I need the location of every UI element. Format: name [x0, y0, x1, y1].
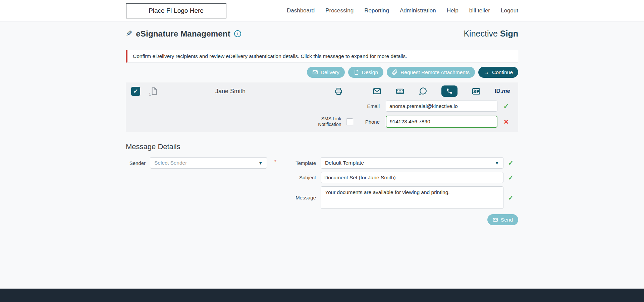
envelope-icon: [312, 69, 318, 75]
sms-label-line1: SMS Link: [321, 116, 341, 121]
page-title: eSignature Management: [136, 29, 230, 39]
page-header: ✎ eSignature Management i Kinective Sign: [126, 21, 518, 39]
kinective-sign-logo: Kinective Sign: [464, 29, 518, 39]
main-nav: Dashboard Processing Reporting Administr…: [287, 7, 518, 14]
design-button-label: Design: [362, 69, 378, 75]
nav-processing[interactable]: Processing: [325, 7, 354, 14]
text-cursor: [431, 119, 431, 125]
contact-card-auth-icon[interactable]: [472, 87, 481, 96]
sms-label-line2: Notification: [318, 122, 341, 127]
template-select-value: Default Template: [325, 160, 364, 166]
delivery-button[interactable]: Delivery: [307, 67, 345, 78]
keyboard-auth-icon[interactable]: [395, 87, 405, 96]
message-details-heading: Message Details: [126, 142, 518, 151]
document-icon: [354, 69, 359, 75]
design-button[interactable]: Design: [348, 67, 383, 78]
recipient-checkbox[interactable]: ✓: [131, 87, 140, 96]
message-valid-check-icon: ✓: [507, 194, 515, 202]
email-auth-icon[interactable]: [373, 87, 381, 96]
paperclip-icon: [392, 69, 398, 75]
document-count-icon: 1: [150, 87, 158, 96]
recipient-name: Jane Smith: [215, 88, 246, 95]
page: Place FI Logo Here Dashboard Processing …: [0, 0, 644, 225]
action-toolbar: Delivery Design Request Remote Attachmen…: [126, 67, 518, 78]
top-bar: Place FI Logo Here Dashboard Processing …: [0, 0, 644, 21]
main-content: ✎ eSignature Management i Kinective Sign…: [0, 21, 644, 225]
idme-auth-icon[interactable]: ID.me: [495, 88, 510, 95]
print-icon[interactable]: [334, 87, 343, 96]
continue-button[interactable]: → Continue: [478, 67, 518, 78]
message-label: Message: [277, 195, 316, 200]
sender-select-value: Select Sender: [154, 160, 187, 166]
nav-help[interactable]: Help: [447, 7, 459, 14]
subject-label: Subject: [277, 175, 316, 180]
phone-invalid-x-icon[interactable]: ✕: [502, 118, 510, 126]
phone-input[interactable]: 914123 456 7890: [386, 116, 497, 128]
sms-link-notification-checkbox[interactable]: [346, 118, 353, 125]
brand-second: Sign: [500, 29, 518, 38]
subject-input[interactable]: [321, 172, 503, 183]
chevron-down-icon: ▼: [258, 161, 263, 165]
subject-valid-check-icon: ✓: [507, 174, 515, 182]
footer-bar: [0, 289, 644, 302]
phone-label: Phone: [365, 119, 380, 125]
send-button[interactable]: Send: [487, 214, 518, 225]
brand-first: Kinective: [464, 29, 497, 38]
fi-logo-placeholder: Place FI Logo Here: [126, 3, 226, 18]
send-row: Send: [126, 214, 518, 225]
checkmark-icon: ✓: [133, 88, 138, 95]
nav-reporting[interactable]: Reporting: [364, 7, 389, 14]
sms-chat-auth-icon[interactable]: [419, 87, 427, 96]
delivery-button-label: Delivery: [321, 69, 339, 75]
send-button-label: Send: [501, 217, 513, 223]
email-valid-check-icon: ✓: [502, 102, 510, 110]
nav-logout[interactable]: Logout: [501, 7, 518, 14]
sender-label: Sender: [126, 160, 146, 166]
nav-dashboard[interactable]: Dashboard: [287, 7, 315, 14]
sender-select[interactable]: Select Sender ▼: [150, 157, 267, 169]
auth-method-icons: ID.me: [373, 85, 510, 97]
edelivery-alert-banner[interactable]: Confirm eDelivery recipients and review …: [126, 50, 518, 63]
sms-link-notification-label: SMS Link Notification: [318, 116, 341, 128]
required-marker: *: [274, 159, 276, 164]
chevron-down-icon: ▼: [495, 161, 499, 165]
message-textarea[interactable]: Your documents are available for viewing…: [321, 186, 503, 209]
signature-pen-icon: ✎: [126, 30, 132, 38]
email-input[interactable]: [386, 101, 497, 112]
phone-auth-icon-selected[interactable]: [441, 85, 458, 97]
template-valid-check-icon: ✓: [507, 159, 515, 167]
message-details-form: Sender Select Sender ▼ * Template Defaul…: [126, 157, 518, 209]
request-remote-attachments-label: Request Remote Attachments: [400, 69, 470, 75]
envelope-icon: [493, 217, 498, 223]
arrow-right-icon: →: [484, 69, 489, 75]
template-label: Template: [277, 160, 316, 166]
request-remote-attachments-button[interactable]: Request Remote Attachments: [387, 67, 475, 78]
continue-button-label: Continue: [492, 69, 513, 75]
alert-text: Confirm eDelivery recipients and review …: [133, 53, 407, 59]
phone-value: 914123 456 7890: [390, 119, 430, 125]
nav-user-bill-teller[interactable]: bill teller: [469, 7, 490, 14]
nav-administration[interactable]: Administration: [400, 7, 436, 14]
email-label: Email: [367, 103, 380, 109]
recipient-panel: ✓ 1 Jane Smith: [126, 82, 518, 132]
fi-logo-text: Place FI Logo Here: [149, 7, 204, 14]
idme-secondary: me: [502, 88, 510, 94]
info-icon[interactable]: i: [234, 30, 241, 37]
idme-primary: ID.: [495, 88, 502, 94]
document-count: 1: [149, 92, 151, 96]
template-select[interactable]: Default Template ▼: [321, 157, 503, 169]
phone-icon: [446, 88, 453, 95]
